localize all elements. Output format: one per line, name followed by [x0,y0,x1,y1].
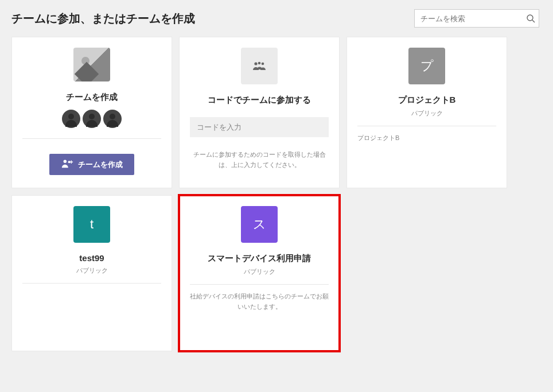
team-card-visibility: パブリック [76,266,108,275]
code-input[interactable] [190,117,329,137]
team-card-visibility: パブリック [411,109,443,118]
team-card-visibility: パブリック [244,267,275,276]
svg-point-6 [254,62,257,65]
divider [190,284,329,285]
create-team-card[interactable]: チームを作成 チームを作成 [11,37,172,188]
svg-point-7 [258,62,261,65]
create-team-button-label: チームを作成 [78,160,123,170]
team-tile: t [73,206,110,243]
avatar-icon [62,110,80,128]
avatar-icon [83,110,101,128]
team-card-smart-device[interactable]: ス スマートデバイス利用申請 パブリック 社給デバイスの利用申請はこちらのチーム… [179,195,340,351]
avatar-placeholders [62,110,122,128]
team-card-test99[interactable]: t test99 パブリック [11,195,172,351]
join-code-card: コードでチームに参加する チームに参加するためのコードを取得した場合は、上に入力… [179,37,340,188]
svg-point-0 [527,15,533,21]
divider [22,283,161,284]
team-tile: プ [408,48,445,84]
avatar-icon [103,110,122,128]
create-team-button[interactable]: チームを作成 [49,154,134,175]
svg-line-1 [532,20,535,22]
team-card-title: test99 [79,253,104,263]
team-card-desc: プロジェクトB [357,133,399,143]
svg-point-8 [262,63,264,65]
search-container [414,9,539,28]
divider [357,126,496,126]
search-icon[interactable] [523,14,539,23]
search-input[interactable] [415,11,523,26]
join-code-title: コードでチームに参加する [208,95,311,106]
team-card-project-b[interactable]: プ プロジェクトB パブリック プロジェクトB [346,37,507,188]
divider [22,138,161,139]
team-tile: ス [241,206,278,243]
create-team-title: チームを作成 [66,92,118,103]
code-tile [241,48,278,84]
team-card-title: プロジェクトB [398,95,456,106]
people-add-icon [61,158,73,170]
page-title: チームに参加、またはチームを作成 [11,11,195,26]
team-card-title: スマートデバイス利用申請 [208,253,311,264]
join-code-desc: チームに参加するためのコードを取得した場合は、上に入力してください。 [190,150,329,170]
create-team-tile-icon [73,48,110,81]
team-card-desc: 社給デバイスの利用申請はこちらのチームでお願いいたします。 [190,292,329,312]
svg-point-2 [64,160,67,164]
